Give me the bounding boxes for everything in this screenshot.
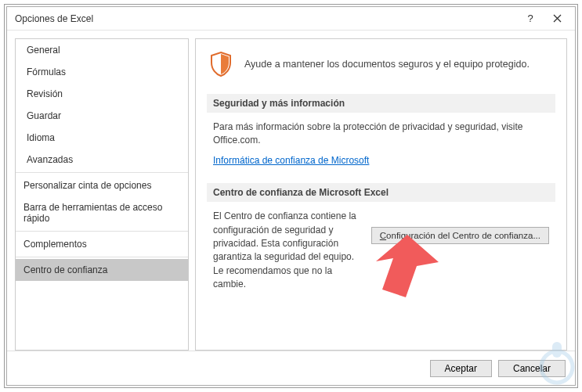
- trust-link[interactable]: Informática de confianza de Microsoft: [213, 154, 369, 167]
- sidebar-item-language[interactable]: Idioma: [16, 127, 188, 149]
- hero-text: Ayude a mantener los documentos seguros …: [244, 59, 530, 70]
- sidebar-item-review[interactable]: Revisión: [16, 83, 188, 105]
- trust-center-settings-button[interactable]: Configuración del Centro de confianza...: [371, 227, 549, 244]
- options-dialog: Opciones de Excel ? General Fórmulas Rev…: [6, 6, 576, 386]
- sidebar-item-addins[interactable]: Complementos: [16, 233, 188, 255]
- dialog-footer: Aceptar Cancelar: [7, 351, 575, 385]
- section-security-head: Seguridad y más información: [207, 94, 555, 113]
- shield-icon: [207, 50, 235, 78]
- section-trustcenter-head: Centro de confianza de Microsoft Excel: [207, 183, 555, 202]
- close-button[interactable]: [544, 8, 570, 30]
- sidebar-item-quickaccess[interactable]: Barra de herramientas de acceso rápido: [16, 196, 188, 229]
- sidebar-item-trustcenter[interactable]: Centro de confianza: [16, 259, 188, 281]
- titlebar: Opciones de Excel ?: [7, 7, 575, 31]
- category-sidebar: General Fórmulas Revisión Guardar Idioma…: [15, 38, 189, 351]
- close-icon: [553, 14, 562, 23]
- sidebar-item-advanced[interactable]: Avanzadas: [16, 149, 188, 171]
- ok-button[interactable]: Aceptar: [430, 360, 492, 377]
- cancel-button[interactable]: Cancelar: [498, 360, 566, 377]
- content-pane: Ayude a mantener los documentos seguros …: [195, 38, 567, 351]
- sidebar-item-ribbon[interactable]: Personalizar cinta de opciones: [16, 174, 188, 196]
- sidebar-item-general[interactable]: General: [16, 39, 188, 61]
- sidebar-item-save[interactable]: Guardar: [16, 105, 188, 127]
- window-title: Opciones de Excel: [15, 13, 517, 24]
- sidebar-item-formulas[interactable]: Fórmulas: [16, 61, 188, 83]
- section-trustcenter-body: El Centro de confianza contiene la confi…: [213, 210, 363, 291]
- section-security-body: Para más información sobre la protección…: [213, 120, 549, 148]
- help-button[interactable]: ?: [517, 8, 544, 30]
